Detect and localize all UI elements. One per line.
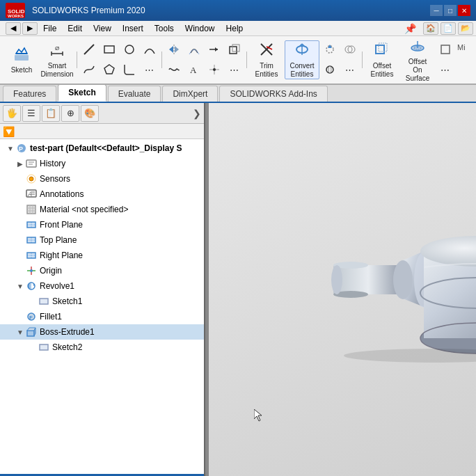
offset-surface-button[interactable]: Offset OnSurface: [400, 40, 435, 79]
tree-sketch1[interactable]: Sketch1: [0, 294, 204, 309]
minimize-button[interactable]: ─: [430, 5, 443, 16]
svg-text:⋯: ⋯: [230, 65, 239, 75]
panel-expand-btn[interactable]: ❯: [193, 108, 201, 119]
tab-evaluate[interactable]: Evaluate: [108, 86, 161, 102]
panel-properties-btn[interactable]: 📋: [42, 105, 60, 122]
tree-root[interactable]: ▼ P test-part (Default<<Default>_Display…: [0, 141, 204, 156]
close-button[interactable]: ✕: [458, 5, 470, 16]
svg-text:⋯: ⋯: [345, 65, 354, 75]
arc-tool[interactable]: [140, 40, 159, 58]
3d-part-view: [295, 185, 476, 394]
sketch-tools-grid: ⋯: [79, 40, 159, 80]
smart-dimension-button[interactable]: Ø Smart Dimension: [40, 40, 74, 79]
extend-tool[interactable]: [205, 40, 224, 58]
wave-tool[interactable]: [164, 61, 184, 79]
root-part-icon: P: [15, 142, 28, 154]
panel-list-btn[interactable]: ☰: [22, 105, 40, 122]
more-convert[interactable]: ⋯: [340, 61, 360, 79]
panel-display-btn[interactable]: 🎨: [81, 105, 99, 122]
front-plane-expand: [15, 220, 25, 230]
svg-rect-78: [27, 331, 34, 336]
folder-button[interactable]: 📂: [458, 22, 473, 35]
tab-sketch[interactable]: Sketch: [58, 84, 106, 102]
intersect-tool[interactable]: [340, 40, 360, 58]
circle-tool[interactable]: [120, 40, 139, 58]
tab-addins[interactable]: SOLIDWORKS Add-Ins: [219, 86, 327, 102]
forward-button[interactable]: ▶: [22, 22, 38, 35]
convert-entities-button[interactable]: ConvertEntities: [285, 40, 319, 79]
trim-entities-button[interactable]: TrimEntities: [249, 40, 284, 79]
back-button[interactable]: ◀: [6, 22, 21, 35]
material-icon: [25, 203, 38, 216]
revolve1-icon: [25, 280, 38, 292]
more-tools[interactable]: ⋯: [140, 61, 159, 79]
menu-file[interactable]: File: [38, 22, 62, 35]
offset-tool[interactable]: [184, 40, 204, 58]
new-button[interactable]: 📄: [441, 22, 456, 35]
tree-revolve1[interactable]: ▼ Revolve1: [0, 278, 204, 294]
tree-origin[interactable]: Origin: [0, 263, 204, 278]
svg-point-12: [125, 45, 134, 54]
trim-icon: [258, 41, 275, 61]
more-offset[interactable]: ⋯: [436, 61, 455, 79]
svg-rect-44: [441, 45, 450, 54]
copy-tool[interactable]: [225, 40, 244, 58]
right-plane-icon: [25, 249, 38, 262]
home-icons: 🏠 📄 📂: [423, 22, 473, 35]
sketch-button[interactable]: Sketch: [4, 40, 39, 79]
fillet-tool[interactable]: [120, 61, 139, 79]
silhouette-tool[interactable]: [320, 61, 340, 79]
extra-tool-1[interactable]: [436, 40, 455, 58]
line-tool[interactable]: [79, 40, 99, 58]
svg-marker-13: [104, 65, 114, 74]
history-label: History: [40, 159, 65, 168]
more-modify[interactable]: ⋯: [225, 61, 244, 79]
tree-right-plane[interactable]: Right Plane: [0, 248, 204, 263]
pin-icon[interactable]: 📌: [400, 23, 420, 34]
svg-text:WORKS: WORKS: [8, 14, 24, 17]
menu-help[interactable]: Help: [221, 22, 249, 35]
revolve1-label: Revolve1: [40, 281, 74, 291]
home-button[interactable]: 🏠: [423, 22, 438, 35]
view-area[interactable]: [209, 103, 476, 476]
ext-edge-tool[interactable]: [320, 40, 340, 58]
menu-tools[interactable]: Tools: [149, 22, 180, 35]
tree-fillet1[interactable]: F Fillet1: [0, 309, 204, 324]
cursor-indicator: [254, 409, 262, 420]
spline-tool[interactable]: [79, 61, 99, 79]
offset-entities-button[interactable]: OffsetEntities: [365, 40, 399, 79]
menu-window[interactable]: Window: [180, 22, 221, 35]
svg-rect-81: [40, 344, 48, 350]
tab-features[interactable]: Features: [3, 86, 56, 102]
polygon-tool[interactable]: [100, 61, 119, 79]
sketch2-icon: [38, 341, 50, 354]
history-expand: ▶: [15, 159, 25, 168]
tree-material[interactable]: Material <not specified>: [0, 202, 204, 217]
menu-edit[interactable]: Edit: [62, 22, 88, 35]
root-expand-icon: ▼: [6, 143, 15, 153]
tab-dimxpert[interactable]: DimXpert: [162, 86, 218, 102]
menu-bar: ◀ ▶ File Edit View Insert Tools Window H…: [0, 21, 476, 36]
rectangle-tool[interactable]: [100, 40, 119, 58]
panel-cursor-btn[interactable]: 🖐: [3, 105, 21, 122]
svg-marker-19: [215, 47, 218, 51]
tree-front-plane[interactable]: Front Plane: [0, 217, 204, 232]
point-tool[interactable]: [205, 61, 224, 79]
tree-top-plane[interactable]: Top Plane: [0, 232, 204, 248]
mirror-tool[interactable]: [164, 40, 184, 58]
svg-marker-5: [16, 48, 27, 54]
annotations-expand: [15, 189, 25, 199]
front-plane-icon: [25, 219, 38, 231]
tree-boss-extrude1[interactable]: ▼ Boss-Extrude1: [0, 324, 204, 340]
maximize-button[interactable]: □: [444, 5, 457, 16]
tree-sketch2[interactable]: Sketch2: [0, 340, 204, 355]
tree-annotations[interactable]: A Annotations: [0, 187, 204, 202]
svg-text:F: F: [29, 315, 33, 321]
text-tool[interactable]: A: [184, 61, 204, 79]
panel-target-btn[interactable]: ⊕: [61, 105, 79, 122]
tree-sensors[interactable]: Sensors: [0, 171, 204, 187]
tree-history[interactable]: ▶ History: [0, 156, 204, 171]
menu-insert[interactable]: Insert: [117, 22, 149, 35]
material-label: Material <not specified>: [40, 205, 128, 214]
menu-view[interactable]: View: [88, 22, 117, 35]
